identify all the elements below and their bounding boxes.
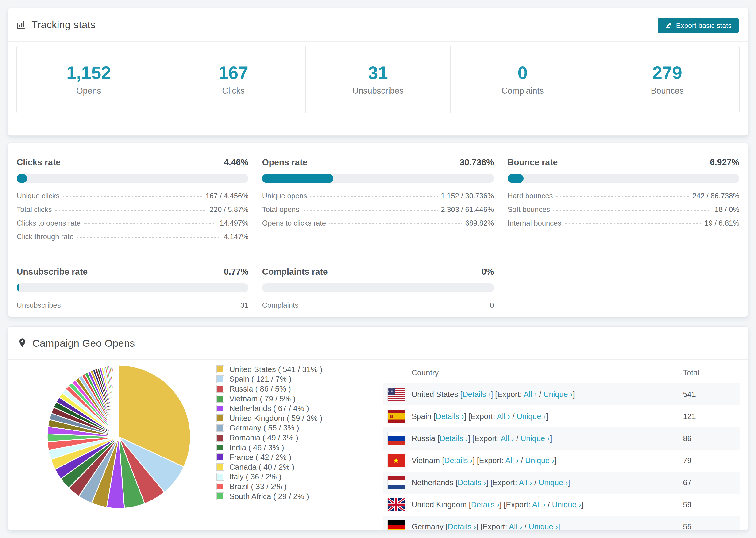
details-link[interactable]: Details › (458, 478, 486, 487)
legend-swatch-icon (216, 454, 224, 461)
export-unique-link[interactable]: Unique › (552, 500, 581, 509)
stat-value: 1,152 (67, 64, 111, 82)
pie-slice-other-country[interactable] (119, 365, 119, 437)
rate-block-unsubscribe-rate: Unsubscribe rate 0.77% Unsubscribes 31 (17, 267, 248, 315)
legend-item-brazil: Brazil ( 33 / 2% ) (216, 482, 376, 492)
table-row-germany: Germany [Details ›] [Export: All › / Uni… (383, 516, 740, 530)
rate-detail-unique-opens: Unique opens 1,152 / 30.736% (262, 192, 494, 205)
export-all-link[interactable]: All › (532, 500, 546, 509)
details-link[interactable]: Details › (436, 412, 464, 421)
total-cell: 79 (683, 456, 692, 465)
legend-item-canada: Canada ( 40 / 2% ) (216, 462, 376, 472)
legend-item-netherlands: Netherlands ( 67 / 4% ) (216, 404, 376, 413)
details-link[interactable]: Details › (444, 456, 473, 465)
legend-item-romania: Romania ( 49 / 3% ) (216, 433, 376, 443)
detail-label: Hard bounces (508, 192, 553, 200)
gb-flag-icon (388, 498, 405, 511)
export-all-link[interactable]: All › (505, 456, 519, 465)
progress-fill (17, 174, 27, 183)
total-cell: 86 (683, 434, 692, 443)
dotted-leader (329, 224, 462, 224)
legend-swatch-icon (216, 385, 224, 393)
detail-label: Total opens (262, 205, 299, 214)
detail-label: Clicks to opens rate (17, 219, 81, 228)
legend-swatch-icon (216, 493, 224, 500)
export-all-link[interactable]: All › (497, 412, 510, 421)
geo-opens-pie-chart (44, 362, 194, 512)
rate-title: Unsubscribe rate (17, 267, 87, 277)
export-unique-link[interactable]: Unique › (539, 478, 568, 487)
details-link[interactable]: Details › (448, 522, 476, 530)
details-link[interactable]: Details › (440, 434, 468, 443)
rate-title: Complaints rate (262, 267, 328, 277)
legend-label: Italy ( 36 / 2% ) (229, 472, 282, 481)
details-link[interactable]: Details › (462, 390, 491, 399)
progress-track (262, 174, 494, 183)
geo-table-header: Country Total (383, 362, 740, 383)
export-unique-link[interactable]: Unique › (529, 522, 558, 530)
legend-swatch-icon (216, 395, 224, 403)
detail-value: 14.497% (220, 219, 248, 228)
vn-flag-icon (388, 454, 405, 467)
export-unique-link[interactable]: Unique › (517, 412, 546, 421)
rate-block-opens-rate: Opens rate 30.736% Unique opens 1,152 / … (262, 157, 494, 246)
legend-label: Russia ( 86 / 5% ) (229, 385, 291, 394)
detail-value: 0 (490, 301, 494, 310)
table-row-vietnam: Vietnam [Details ›] [Export: All › / Uni… (383, 450, 740, 471)
total-cell: 67 (683, 478, 692, 487)
export-all-link[interactable]: All › (509, 522, 522, 530)
details-link[interactable]: Details › (471, 500, 499, 509)
rate-title: Opens rate (262, 157, 307, 167)
export-all-link[interactable]: All › (523, 390, 537, 399)
rate-value: 0.77% (224, 267, 248, 277)
table-row-russia: Russia [Details ›] [Export: All › / Uniq… (383, 427, 740, 450)
stat-label: Complaints (502, 86, 544, 96)
legend-item-italy: Italy ( 36 / 2% ) (216, 472, 376, 482)
rate-detail-click-through-rate: Click through rate 4.147% (17, 233, 248, 246)
rate-block-complaints-rate: Complaints rate 0% Complaints 0 (262, 267, 494, 315)
location-pin-icon (17, 336, 27, 350)
rates-grid: Clicks rate 4.46% Unique clicks 167 / 4.… (17, 157, 739, 315)
detail-label: Internal bounces (508, 219, 561, 228)
detail-value: 31 (241, 301, 248, 310)
detail-value: 220 / 5.87% (210, 205, 248, 214)
rate-detail-unsubscribes: Unsubscribes 31 (17, 301, 248, 315)
legend-label: Brazil ( 33 / 2% ) (229, 482, 287, 491)
table-row-netherlands: Netherlands [Details ›] [Export: All › /… (383, 471, 740, 494)
stat-label: Clicks (222, 86, 244, 96)
detail-value: 1,152 / 30.736% (441, 192, 494, 200)
legend-item-united-states: United States ( 541 / 31% ) (216, 364, 376, 374)
dotted-leader (64, 306, 237, 306)
export-unique-link[interactable]: Unique › (520, 434, 550, 443)
summary-stat-unsubscribes: 31 Unsubscribes (306, 46, 451, 113)
legend-swatch-icon (216, 365, 224, 373)
export-basic-stats-button[interactable]: Export basic stats (658, 18, 739, 33)
export-unique-link[interactable]: Unique › (543, 390, 573, 399)
rate-detail-complaints: Complaints 0 (262, 301, 494, 315)
tracking-stats-card: Tracking stats Export basic stats 1,152 … (8, 8, 748, 136)
progress-fill (262, 174, 333, 183)
country-cell: Germany [Details ›] [Export: All › / Uni… (411, 522, 560, 530)
es-flag-icon (388, 410, 405, 423)
export-all-link[interactable]: All › (519, 478, 532, 487)
stat-value: 31 (368, 64, 388, 82)
header-divider (8, 41, 748, 42)
geo-header-divider (8, 359, 748, 360)
dotted-leader (63, 196, 202, 197)
legend-label: South Africa ( 29 / 2% ) (229, 492, 309, 501)
legend-item-russia: Russia ( 86 / 5% ) (216, 384, 376, 394)
tracking-stats-header: Tracking stats (16, 8, 95, 41)
geo-header: Campaign Geo Opens (17, 327, 135, 360)
rate-title: Clicks rate (17, 157, 61, 167)
table-row-spain: Spain [Details ›] [Export: All › / Uniqu… (383, 405, 740, 427)
export-unique-link[interactable]: Unique › (525, 456, 555, 465)
dotted-leader (565, 224, 701, 224)
progress-track (262, 283, 494, 292)
legend-label: Canada ( 40 / 2% ) (229, 463, 295, 471)
country-cell: United States [Details ›] [Export: All ›… (411, 390, 575, 399)
geo-table: Country Total United States [Details ›] … (383, 362, 740, 530)
progress-fill (17, 283, 20, 292)
export-all-link[interactable]: All › (501, 434, 514, 443)
rate-value: 6.927% (710, 157, 739, 167)
dotted-leader (556, 196, 689, 197)
